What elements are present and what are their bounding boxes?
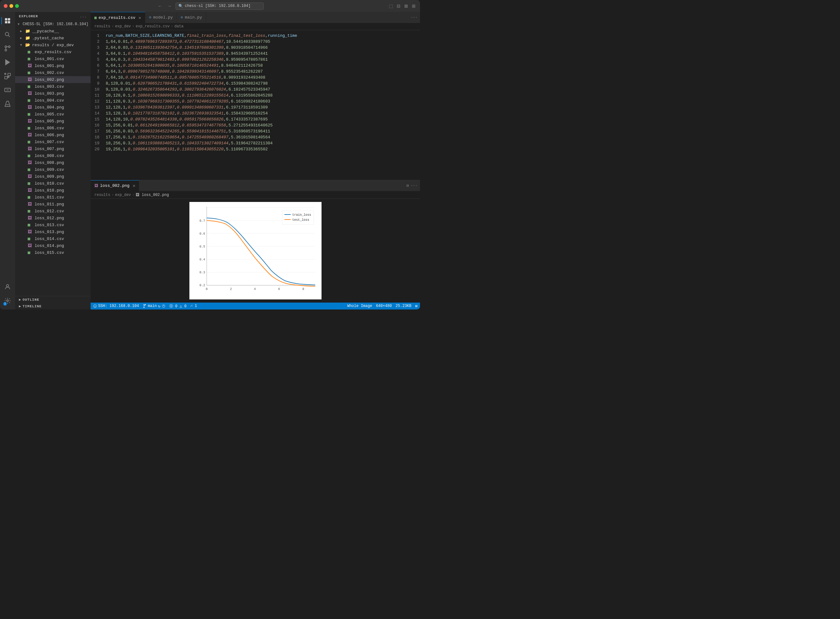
sidebar-item-loss-007-csv[interactable]: ▦ loss_007.csv [15, 138, 91, 145]
panel-icon-1[interactable]: ⬚ [388, 3, 394, 9]
img-sep2: › [132, 193, 134, 197]
status-zoom: Whole Image [347, 304, 372, 308]
tab-exp-results-csv[interactable]: ▦ exp_results.csv ✕ [91, 12, 145, 23]
tab-main-py[interactable]: ⊙ main.py [177, 12, 206, 23]
activity-remote[interactable] [1, 84, 14, 96]
tab-more-icon[interactable]: ··· [410, 15, 418, 20]
sidebar-item-loss-012-csv[interactable]: ▦ loss_012.csv [15, 208, 91, 214]
activity-explorer[interactable] [1, 15, 14, 27]
sidebar-item-loss-013-csv[interactable]: ▦ loss_013.csv [15, 221, 91, 228]
activity-source-control[interactable] [1, 42, 14, 55]
png-icon-005: 🖼 [28, 119, 33, 124]
sidebar-header: EXPLORER ... [15, 12, 91, 21]
sidebar-item-loss-012-png[interactable]: 🖼 loss_012.png [15, 214, 91, 221]
tree-arrow-pycache: ▶ [20, 29, 25, 33]
exp-results-csv-label: exp_results.csv [34, 50, 72, 54]
csv-code-view[interactable]: 1234567891011121314151617181920 run_num,… [91, 30, 420, 180]
sidebar-item-loss-004-png[interactable]: 🖼 loss_004.png [15, 104, 91, 111]
split-icon[interactable]: ⊟ [406, 183, 409, 188]
sidebar-item-loss-001-csv[interactable]: ▦ loss_001.csv [15, 55, 91, 62]
activity-testing[interactable] [1, 97, 14, 110]
sidebar-item-loss-015-csv[interactable]: ▦ loss_015.csv [15, 249, 91, 256]
panel-icon-4[interactable]: ⊞ [411, 3, 416, 9]
tab-close-png[interactable]: ✕ [133, 183, 135, 188]
sidebar-timeline[interactable]: ▶ TIMELINE [15, 303, 91, 310]
sidebar-item-loss-002-csv[interactable]: ▦ loss_002.csv [15, 69, 91, 76]
panel-icon-2[interactable]: ⊟ [396, 3, 401, 9]
activity-settings[interactable]: 1 [1, 295, 14, 307]
sidebar-item-pytest-cache[interactable]: ▶ 📁 .pytest_cache [15, 34, 91, 42]
status-branch[interactable]: main ↻ [143, 304, 165, 308]
sidebar-item-loss-013-png[interactable]: 🖼 loss_013.png [15, 228, 91, 235]
sidebar-outline[interactable]: ▶ OUTLINE [15, 296, 91, 303]
sidebar-item-loss-011-png[interactable]: 🖼 loss_011.png [15, 201, 91, 208]
csv-icon-001: ▦ [28, 56, 33, 61]
sidebar-item-pycache[interactable]: ▶ 📁 __pycache__ [15, 28, 91, 34]
sidebar-item-loss-009-png[interactable]: 🖼 loss_009.png [15, 173, 91, 180]
sidebar-item-loss-001-png[interactable]: 🖼 loss_001.png [15, 62, 91, 69]
loss-009-png-label: loss_009.png [34, 174, 64, 179]
tab-model-py[interactable]: ⊙ model.py [145, 12, 177, 23]
sidebar-item-loss-003-csv[interactable]: ▦ loss_003.csv [15, 83, 91, 90]
results-label: results / exp_dev [32, 43, 74, 48]
sidebar-item-loss-010-png[interactable]: 🖼 loss_010.png [15, 187, 91, 194]
png-icon-013: 🖼 [28, 230, 33, 234]
tab-close-csv[interactable]: ✕ [138, 15, 141, 21]
loss-012-csv-label: loss_012.csv [34, 209, 64, 214]
activity-extensions[interactable] [1, 70, 14, 82]
loss-003-csv-label: loss_003.csv [34, 84, 64, 89]
sidebar-item-loss-003-png[interactable]: 🖼 loss_003.png [15, 90, 91, 97]
loss-007-png-label: loss_007.png [34, 147, 64, 151]
sidebar-item-loss-005-csv[interactable]: ▦ loss_005.csv [15, 111, 91, 118]
status-ssh[interactable]: SSH: 192.168.0.104 [93, 304, 139, 308]
traffic-lights [4, 4, 19, 8]
sidebar-item-loss-004-csv[interactable]: ▦ loss_004.csv [15, 97, 91, 104]
nav-back-button[interactable]: ← [157, 3, 163, 9]
tab-label-png: loss_002.png [100, 183, 130, 188]
search-bar[interactable]: 🔍 chess-sl [SSH: 192.168.0.104] [175, 3, 264, 10]
sidebar-item-loss-008-csv[interactable]: ▦ loss_008.csv [15, 152, 91, 159]
sidebar-item-loss-010-csv[interactable]: ▦ loss_010.csv [15, 180, 91, 187]
bottom-more-icon[interactable]: ··· [410, 184, 418, 188]
svg-text:8: 8 [302, 287, 304, 291]
nav-forward-button[interactable]: → [166, 3, 173, 9]
activity-account[interactable] [1, 281, 14, 293]
sidebar-item-loss-006-png[interactable]: 🖼 loss_006.png [15, 132, 91, 138]
status-branch-text: main [148, 304, 157, 308]
img-breadcrumb-exp-dev: exp_dev [115, 193, 131, 197]
status-sync-icon: ↻ [158, 304, 160, 308]
close-button[interactable] [4, 4, 7, 8]
maximize-button[interactable] [15, 4, 19, 8]
svg-text:0.6: 0.6 [199, 232, 205, 236]
csv-icon-004: ▦ [28, 98, 33, 103]
sidebar-item-loss-002-png[interactable]: 🖼 loss_002.png [15, 76, 91, 83]
sidebar-item-results[interactable]: ▼ 📂 results / exp_dev [15, 42, 91, 48]
breadcrumb-exp-dev: exp_dev [115, 24, 131, 28]
img-sep1: › [111, 193, 114, 197]
sidebar-item-loss-014-png[interactable]: 🖼 loss_014.png [15, 242, 91, 249]
sidebar-item-loss-008-png[interactable]: 🖼 loss_008.png [15, 159, 91, 166]
sidebar-item-loss-011-csv[interactable]: ▦ loss_011.csv [15, 194, 91, 201]
csv-icon-exp: ▦ [28, 49, 33, 54]
activity-search[interactable] [1, 28, 14, 41]
png-icon-010: 🖼 [28, 188, 33, 193]
loss-009-csv-label: loss_009.csv [34, 167, 64, 172]
top-tab-bar-right: ··· [410, 15, 418, 20]
sidebar-item-loss-009-csv[interactable]: ▦ loss_009.csv [15, 166, 91, 173]
sidebar-more-icon[interactable]: ... [79, 15, 87, 18]
png-icon-009: 🖼 [28, 174, 33, 179]
tab-loss-002-png[interactable]: 🖼 loss_002.png ✕ [91, 180, 139, 191]
sep1: › [111, 24, 114, 28]
outline-label: OUTLINE [22, 298, 39, 302]
minimize-button[interactable] [9, 4, 13, 8]
activity-run[interactable] [1, 56, 14, 69]
sidebar-item-loss-005-png[interactable]: 🖼 loss_005.png [15, 118, 91, 124]
sidebar-item-loss-014-csv[interactable]: ▦ loss_014.csv [15, 235, 91, 242]
sidebar-item-exp-results-csv[interactable]: ▦ exp_results.csv [15, 48, 91, 55]
loss-002-csv-label: loss_002.csv [34, 70, 64, 75]
panel-icon-3[interactable]: ⊠ [404, 3, 409, 9]
sidebar-item-loss-006-csv[interactable]: ▦ loss_006.csv [15, 124, 91, 132]
sidebar-item-loss-007-png[interactable]: 🖼 loss_007.png [15, 145, 91, 152]
status-dimensions: 640×480 [376, 304, 392, 308]
sidebar-item-root[interactable]: ▼ CHESS-SL [SSH: 192.168.0.104] [15, 21, 91, 28]
